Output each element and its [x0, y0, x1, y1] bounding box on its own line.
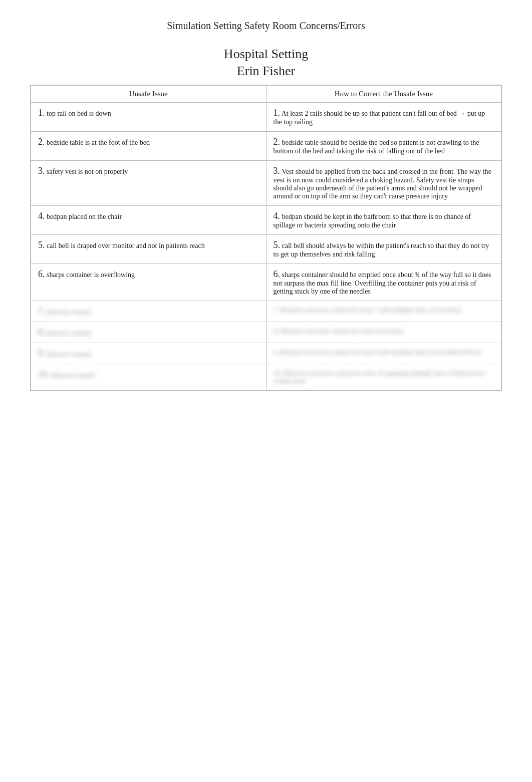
issue-cell: 4. bedpan placed on the chair [31, 205, 267, 234]
issue-num: 2. [38, 137, 45, 147]
issue-num: 8. [38, 327, 45, 337]
table-row: 2. bedside table is at the foot of the b… [31, 131, 501, 160]
table-row: 5. call bell is draped over monitor and … [31, 234, 501, 264]
page-title: Simulation Setting Safety Room Concerns/… [30, 20, 502, 32]
issue-text: bedpan placed on the chair [45, 213, 122, 220]
correction-content: 7. [blurred correction content for item … [274, 306, 461, 314]
issue-cell: 7. [blurred content] [31, 301, 267, 322]
issue-num: 4. [38, 211, 45, 221]
correction-cell: 5. call bell should always be within the… [266, 234, 501, 264]
issue-num: 5. [38, 240, 45, 250]
correction-text: Vest should be applied from the back and… [274, 168, 491, 200]
issue-text: bedside table is at the foot of the bed [45, 139, 150, 146]
safety-table: Unsafe Issue How to Correct the Unsafe I… [31, 85, 501, 391]
correction-content: 8. [blurred correction content for item … [274, 327, 404, 335]
correction-num: 6. [274, 269, 281, 279]
col-header-issue: Unsafe Issue [31, 85, 267, 102]
subtitle: Hospital Setting Erin Fisher [30, 46, 502, 80]
correction-cell: 8. [blurred correction content for item … [266, 322, 501, 343]
correction-cell: 6. sharps container should be emptied on… [266, 264, 501, 301]
subtitle-line1: Hospital Setting [224, 47, 308, 61]
correction-cell: 7. [blurred correction content for item … [266, 301, 501, 322]
issue-text: [blurred content] [51, 371, 95, 379]
issue-cell: 9. [blurred content] [31, 343, 267, 364]
table-row: 10. [blurred content]10. [blurred correc… [31, 364, 501, 390]
issue-num: 3. [38, 166, 45, 176]
issue-cell: 6. sharps container is overflowing [31, 264, 267, 301]
issue-num: 10. [38, 369, 50, 379]
table-row: 9. [blurred content]9. [blurred correcti… [31, 343, 501, 364]
col-header-correction: How to Correct the Unsafe Issue [266, 85, 501, 102]
correction-num: 1. [274, 108, 281, 118]
issue-num: 1. [38, 108, 45, 118]
correction-cell: 2. bedside table should be beside the be… [266, 131, 501, 160]
correction-num: 2. [274, 137, 281, 147]
correction-cell: 10. [blurred correction content for item… [266, 364, 501, 390]
issue-text: [blurred content] [47, 308, 91, 316]
issue-cell: 1. top rail on bed is down [31, 102, 267, 131]
correction-cell: 1. At least 2 rails should be up so that… [266, 102, 501, 131]
issue-cell: 2. bedside table is at the foot of the b… [31, 131, 267, 160]
table-row: 3. safety vest is not on properly3. Vest… [31, 160, 501, 205]
correction-text: At least 2 rails should be up so that pa… [274, 110, 485, 126]
table-row: 6. sharps container is overflowing6. sha… [31, 264, 501, 301]
table-header-row: Unsafe Issue How to Correct the Unsafe I… [31, 85, 501, 102]
issue-cell: 5. call bell is draped over monitor and … [31, 234, 267, 264]
issue-num: 7. [38, 306, 45, 316]
table-row: 8. [blurred content]8. [blurred correcti… [31, 322, 501, 343]
correction-text: call bell should always be within the pa… [274, 242, 489, 258]
correction-cell: 4. bedpan should be kept in the bathroom… [266, 205, 501, 234]
issue-cell: 10. [blurred content] [31, 364, 267, 390]
correction-cell: 9. [blurred correction content for item … [266, 343, 501, 364]
issue-num: 6. [38, 269, 45, 279]
table-row: 4. bedpan placed on the chair4. bedpan s… [31, 205, 501, 234]
correction-num: 5. [274, 240, 281, 250]
correction-text: sharps container should be emptied once … [274, 271, 491, 295]
correction-content: 10. [blurred correction content for item… [274, 369, 485, 385]
correction-num: 4. [274, 211, 281, 221]
issue-num: 9. [38, 348, 45, 358]
correction-text: bedpan should be kept in the bathroom so… [274, 213, 471, 229]
issue-text: call bell is draped over monitor and not… [45, 242, 205, 249]
issue-cell: 8. [blurred content] [31, 322, 267, 343]
main-table-wrapper: Unsafe Issue How to Correct the Unsafe I… [30, 85, 502, 391]
issue-text: safety vest is not on properly [45, 168, 128, 175]
issue-text: [blurred content] [47, 329, 91, 337]
correction-num: 3. [274, 166, 281, 176]
issue-text: sharps container is overflowing [45, 271, 135, 279]
correction-text: bedside table should be beside the bed s… [274, 139, 479, 155]
table-row: 1. top rail on bed is down1. At least 2 … [31, 102, 501, 131]
issue-text: top rail on bed is down [45, 110, 111, 117]
issue-text: [blurred content] [47, 350, 91, 358]
correction-cell: 3. Vest should be applied from the back … [266, 160, 501, 205]
correction-content: 9. [blurred correction content for item … [274, 348, 481, 356]
table-row: 7. [blurred content]7. [blurred correcti… [31, 301, 501, 322]
subtitle-line2: Erin Fisher [237, 64, 295, 78]
issue-cell: 3. safety vest is not on properly [31, 160, 267, 205]
